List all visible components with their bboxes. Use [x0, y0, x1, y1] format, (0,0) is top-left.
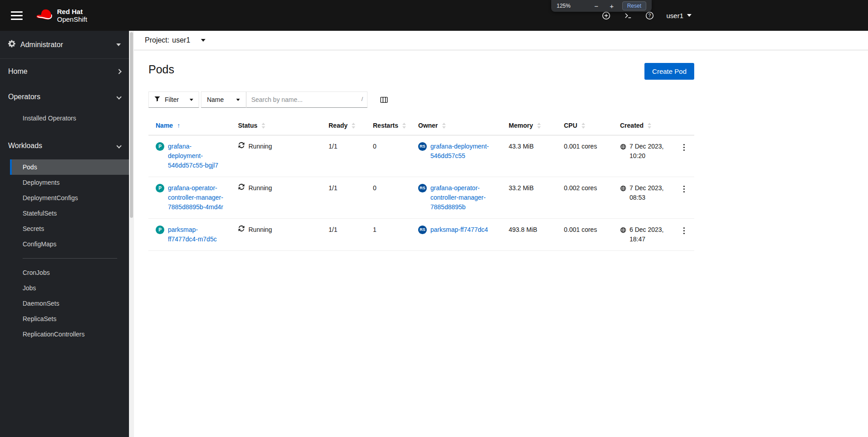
- sidebar-item-replicationcontrollers[interactable]: ReplicationControllers: [0, 327, 129, 342]
- pod-name-link[interactable]: grafana-deployment-546dd57c55-bgjl7: [168, 142, 224, 170]
- operators-sublist: Installed Operators: [0, 110, 129, 133]
- column-header-owner[interactable]: Owner: [411, 116, 501, 135]
- pod-created: 6 Dec 2023, 18:47: [630, 225, 665, 244]
- sort-icon: [262, 123, 265, 129]
- pod-restarts: 0: [366, 177, 411, 219]
- pod-cpu: 0.001 cores: [557, 219, 613, 251]
- table-header-row: Name ↑ Status Ready Restarts: [148, 116, 694, 135]
- column-header-cpu[interactable]: CPU: [557, 116, 613, 135]
- replicaset-badge: RS: [418, 226, 427, 234]
- column-management-button[interactable]: [380, 96, 388, 104]
- pod-memory: 33.2 MiB: [501, 177, 557, 219]
- column-header-name[interactable]: Name ↑: [148, 116, 231, 135]
- redhat-openshift-logo[interactable]: Red Hat OpenShift: [34, 8, 87, 23]
- sidebar-item-operators[interactable]: Operators: [0, 84, 129, 110]
- globe-icon: [620, 143, 626, 153]
- sidebar-item-deployments[interactable]: Deployments: [0, 175, 129, 190]
- column-header-ready[interactable]: Ready: [321, 116, 366, 135]
- column-header-memory[interactable]: Memory: [501, 116, 557, 135]
- quick-create-plus-icon[interactable]: [601, 10, 611, 20]
- pod-name-link[interactable]: parksmap-ff7477dc4-m7d5c: [168, 225, 224, 244]
- nav-divider: [23, 258, 117, 259]
- kebab-menu-button[interactable]: [680, 183, 688, 195]
- nav-group-label: Workloads: [8, 142, 42, 150]
- user-menu-button[interactable]: user1: [666, 12, 692, 19]
- sidebar-item-jobs[interactable]: Jobs: [0, 280, 129, 296]
- sidebar-item-home[interactable]: Home: [0, 59, 129, 84]
- sidebar-item-deploymentconfigs[interactable]: DeploymentConfigs: [0, 190, 129, 206]
- pod-status: Running: [248, 183, 272, 193]
- pod-badge: P: [156, 184, 164, 192]
- sidebar-scrollbar-thumb[interactable]: [130, 32, 133, 218]
- pod-created: 7 Dec 2023, 08:53: [630, 183, 665, 202]
- pod-restarts: 0: [366, 135, 411, 177]
- attribute-label: Name: [207, 96, 224, 103]
- pod-badge: P: [156, 226, 164, 234]
- sidebar-item-installed-operators[interactable]: Installed Operators: [0, 110, 129, 126]
- sidebar-item-secrets[interactable]: Secrets: [0, 221, 129, 236]
- search-input[interactable]: [246, 91, 367, 108]
- replicaset-badge: RS: [418, 142, 427, 151]
- pod-restarts: 1: [366, 219, 411, 251]
- gear-icon: [8, 40, 16, 49]
- chevron-down-icon: [190, 99, 193, 101]
- kebab-menu-button[interactable]: [680, 142, 688, 153]
- help-icon[interactable]: ?: [644, 10, 654, 20]
- kebab-menu-button[interactable]: [680, 225, 688, 236]
- pod-ready: 1/1: [321, 177, 366, 219]
- chevron-down-icon: [687, 14, 692, 17]
- pod-ready: 1/1: [321, 135, 366, 177]
- sidebar-item-daemonsets[interactable]: DaemonSets: [0, 296, 129, 311]
- username: user1: [666, 12, 683, 19]
- table-row: P grafana-deployment-546dd57c55-bgjl7 Ru…: [148, 135, 694, 177]
- pod-name-link[interactable]: grafana-operator-controller-manager-7885…: [168, 183, 224, 212]
- sidebar-item-configmaps[interactable]: ConfigMaps: [0, 236, 129, 252]
- masthead: Red Hat OpenShift ? user1: [0, 0, 868, 31]
- browser-zoom-overlay: 125% − + Reset: [551, 0, 652, 12]
- column-header-created[interactable]: Created: [613, 116, 672, 135]
- sidebar-item-replicasets[interactable]: ReplicaSets: [0, 311, 129, 327]
- workloads-sublist: Pods Deployments DeploymentConfigs State…: [0, 158, 129, 349]
- perspective-switcher[interactable]: Administrator: [0, 31, 129, 59]
- sidebar-item-pods[interactable]: Pods: [10, 159, 129, 175]
- nav-toggle-hamburger-icon[interactable]: [11, 11, 23, 20]
- globe-icon: [620, 185, 626, 194]
- sort-icon: [442, 123, 446, 129]
- sidebar-scrollbar[interactable]: [129, 31, 134, 437]
- project-selector[interactable]: Project: user1: [145, 36, 205, 44]
- owner-link[interactable]: grafana-deployment-546dd57c55: [430, 142, 494, 161]
- sidebar-item-workloads[interactable]: Workloads: [0, 133, 129, 158]
- filter-dropdown[interactable]: Filter: [148, 91, 199, 108]
- terminal-icon[interactable]: [623, 10, 633, 20]
- pod-cpu: 0.001 cores: [557, 135, 613, 177]
- zoom-out-button[interactable]: −: [591, 3, 601, 10]
- project-value: user1: [172, 36, 190, 44]
- column-header-restarts[interactable]: Restarts: [366, 116, 411, 135]
- owner-link[interactable]: parksmap-ff7477dc4: [430, 225, 488, 235]
- sort-icon: [537, 123, 541, 129]
- globe-icon: [620, 226, 626, 236]
- pod-memory: 493.8 MiB: [501, 219, 557, 251]
- chevron-down-icon: [116, 143, 121, 148]
- sidebar-item-cronjobs[interactable]: CronJobs: [0, 265, 129, 280]
- zoom-level: 125%: [557, 3, 571, 9]
- sync-icon: [238, 225, 245, 235]
- owner-link[interactable]: grafana-operator-controller-manager-7885…: [430, 183, 494, 212]
- page-title: Pods: [148, 63, 174, 76]
- pod-badge: P: [156, 142, 164, 151]
- chevron-down-icon: [116, 94, 121, 99]
- create-pod-button[interactable]: Create Pod: [644, 63, 694, 80]
- column-header-actions: [672, 116, 694, 135]
- column-header-status[interactable]: Status: [231, 116, 321, 135]
- pod-created: 7 Dec 2023, 10:20: [630, 142, 665, 161]
- sidebar-item-statefulsets[interactable]: StatefulSets: [0, 206, 129, 221]
- sidebar-nav: Administrator Home Operators Installed O…: [0, 31, 134, 437]
- chevron-down-icon: [116, 43, 121, 46]
- chevron-down-icon: [201, 39, 205, 42]
- replicaset-badge: RS: [418, 184, 427, 192]
- zoom-in-button[interactable]: +: [607, 3, 617, 10]
- sort-icon: [582, 123, 585, 129]
- zoom-reset-button[interactable]: Reset: [622, 1, 646, 10]
- search-attribute-dropdown[interactable]: Name: [201, 91, 246, 108]
- sort-icon: [402, 123, 406, 129]
